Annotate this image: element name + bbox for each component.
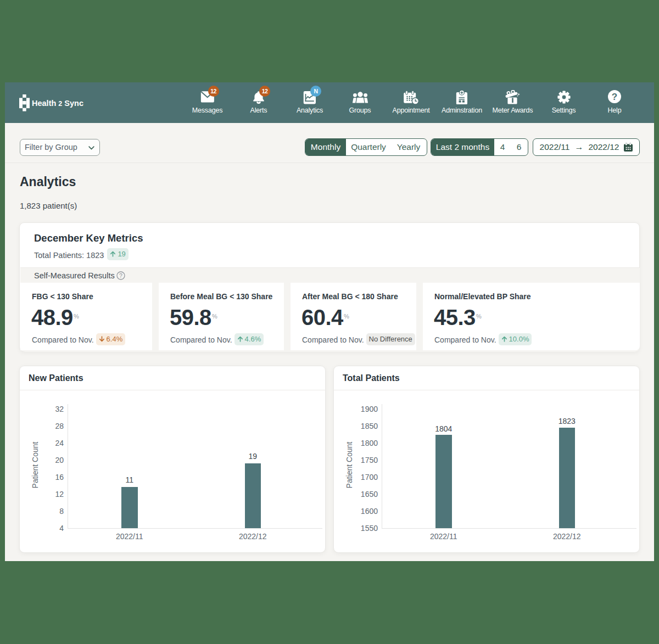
svg-text:?: ? [119,272,122,278]
svg-text:?: ? [612,92,617,102]
